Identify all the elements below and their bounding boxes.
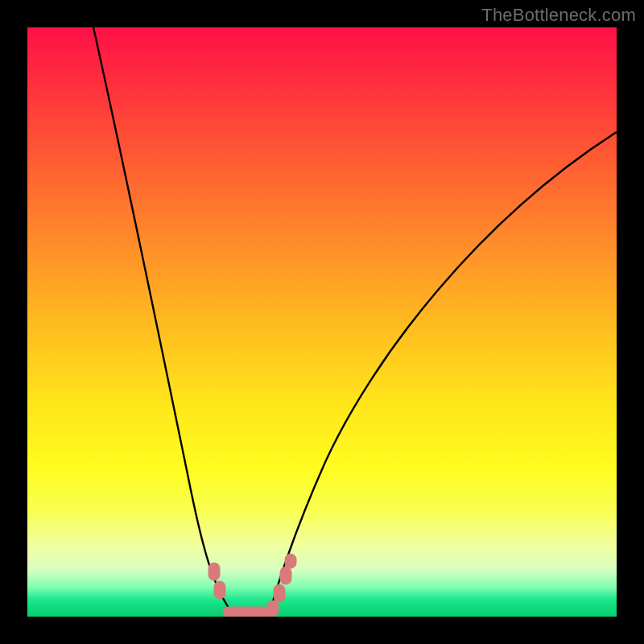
marker (208, 563, 220, 580)
watermark-text: TheBottleneck.com (481, 5, 636, 26)
marker (214, 581, 225, 599)
marker (274, 584, 285, 602)
marker (223, 607, 271, 617)
marker (280, 567, 291, 584)
marker (267, 601, 279, 617)
marker-group (208, 554, 296, 617)
left-curve (93, 27, 235, 617)
plot-area (27, 27, 617, 617)
curve-layer (27, 27, 617, 617)
chart-frame: TheBottleneck.com (0, 0, 644, 644)
marker (285, 554, 296, 568)
right-curve (269, 132, 617, 617)
